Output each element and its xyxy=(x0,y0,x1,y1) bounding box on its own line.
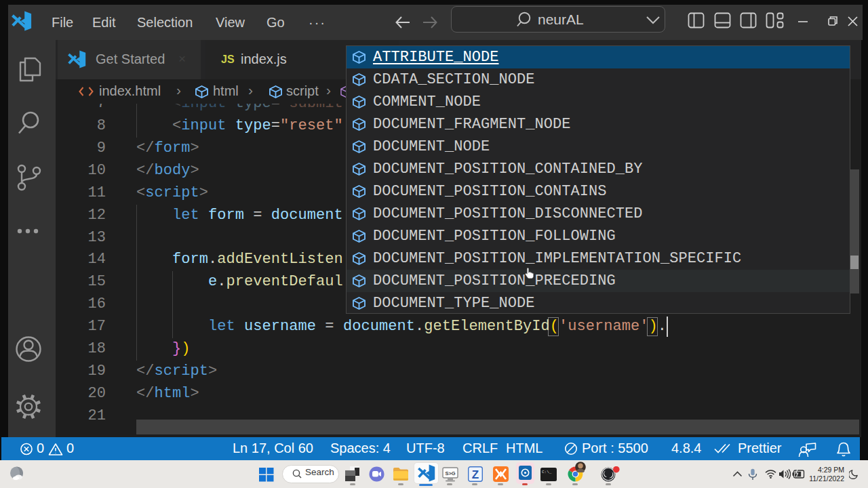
svg-text:C:\_: C:\_ xyxy=(542,470,552,474)
svg-text:S>G: S>G xyxy=(445,470,455,476)
svg-text:Z: Z xyxy=(472,468,479,481)
